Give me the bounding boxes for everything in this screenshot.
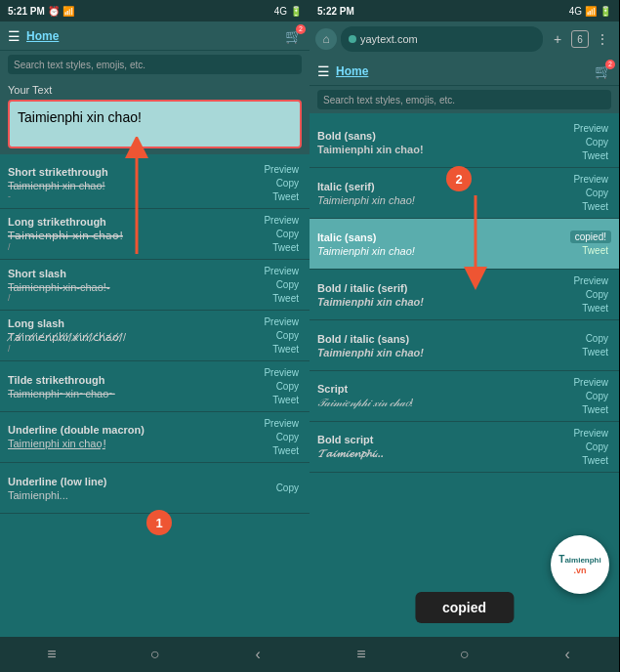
style-preview: T̶a̶i̶m̶i̶e̶n̶p̶h̶i̶ ̶x̶i̶n̶ ̶c̶h̶a̶o̶!̶ [8, 230, 255, 242]
style-actions: Preview Copy Tweet [564, 427, 611, 467]
style-actions: Copy Tweet [564, 332, 611, 358]
preview-btn[interactable]: Preview [570, 376, 611, 389]
style-info: Bold script 𝓣𝓪𝓲𝓶𝓲𝓮𝓷𝓹𝓱𝓲... [317, 434, 564, 460]
copy-btn[interactable]: Copy [273, 431, 302, 443]
copy-btn[interactable]: Copy [273, 228, 302, 240]
copy-btn[interactable]: Copy [273, 380, 302, 393]
style-actions: Preview Copy Tweet [255, 417, 302, 457]
copy-btn[interactable]: Copy [273, 278, 302, 291]
home-link-left[interactable]: Home [26, 29, 59, 43]
hamburger-icon-right[interactable]: ☰ [317, 63, 330, 79]
style-sub: / [8, 344, 255, 354]
style-actions: Preview Copy Tweet [564, 376, 611, 416]
tweet-btn[interactable]: Tweet [579, 403, 611, 416]
preview-btn[interactable]: Preview [570, 427, 611, 440]
search-input-right[interactable]: Search text styles, emojis, etc. [317, 90, 611, 109]
style-name: Underline (double macron) [8, 424, 255, 436]
left-panel: 5:21 PM ⏰ 📶 4G 🔋 ☰ Home 🛒 2 Search text … [0, 0, 310, 672]
nav-back-right[interactable]: ‹ [548, 641, 587, 668]
style-info: Long strikethrough T̶a̶i̶m̶i̶e̶n̶p̶h̶i̶ … [8, 216, 255, 252]
cart-badge-left: 2 [296, 24, 306, 34]
preview-btn[interactable]: Preview [261, 265, 302, 277]
tweet-btn[interactable]: Tweet [269, 241, 302, 254]
tweet-btn[interactable]: Tweet [579, 244, 611, 257]
nav-back-left[interactable]: ‹ [238, 641, 277, 668]
nav-home-right[interactable]: ○ [444, 641, 483, 668]
browser-plus-btn[interactable]: + [547, 28, 568, 50]
tweet-btn[interactable]: Tweet [579, 200, 611, 213]
battery-icon-right: 🔋 [599, 6, 611, 17]
hamburger-icon-left[interactable]: ☰ [8, 28, 21, 44]
tweet-btn[interactable]: Tweet [269, 292, 302, 305]
style-name: Bold (sans) [317, 130, 564, 142]
tweet-btn[interactable]: Tweet [579, 302, 611, 315]
style-preview: Taimienphi~xin~chao~ [8, 388, 255, 399]
table-row: Bold script 𝓣𝓪𝓲𝓶𝓲𝓮𝓷𝓹𝓱𝓲... Preview Copy T… [310, 422, 619, 473]
style-info: Tilde strikethrough Taimienphi~xin~chao~ [8, 374, 255, 399]
style-info: Short strikethrough Taimienphi xin chao!… [8, 166, 255, 201]
home-link-right[interactable]: Home [336, 64, 368, 78]
copy-btn[interactable]: Copy [583, 187, 611, 199]
nav-home-left[interactable]: ○ [135, 641, 174, 668]
style-actions: Preview Copy Tweet [564, 122, 611, 162]
browser-tabs-btn[interactable]: 6 [571, 30, 589, 48]
style-actions: Preview Copy Tweet [564, 274, 611, 315]
table-row: Underline (double macron) Taimienphi xin… [0, 412, 310, 463]
tweet-btn[interactable]: Tweet [269, 444, 302, 457]
preview-btn[interactable]: Preview [261, 163, 302, 176]
browser-home-btn[interactable]: ⌂ [315, 28, 337, 50]
copy-btn[interactable]: Copy [273, 329, 302, 342]
watermark-circle: Taimienphi .vn [551, 535, 609, 594]
preview-btn[interactable]: Preview [570, 173, 611, 186]
copy-btn[interactable]: Copy [583, 441, 611, 453]
style-info: Bold (sans) Taimienphi xin chao! [317, 130, 564, 155]
copy-btn[interactable]: Copy [273, 177, 302, 189]
search-input-left[interactable]: Search text styles, emojis, etc. [8, 55, 302, 74]
tweet-btn[interactable]: Tweet [579, 149, 611, 162]
style-preview: 𝓣𝓪𝓲𝓶𝓲𝓮𝓷𝓹𝓱𝓲... [317, 447, 564, 460]
tweet-btn[interactable]: Tweet [269, 343, 302, 356]
preview-btn[interactable]: Preview [261, 315, 302, 328]
style-actions: Copy [255, 482, 302, 494]
tweet-btn[interactable]: Tweet [579, 454, 611, 467]
copy-btn[interactable]: Copy [273, 482, 302, 494]
preview-btn[interactable]: Preview [261, 366, 302, 379]
browser-menu-btn[interactable]: ⋮ [592, 28, 613, 50]
style-info: Script 𝒯𝒶𝒾𝓂𝒾𝑒𝓃𝓅𝒽𝒾 𝓍𝒾𝓃 𝒸𝒽𝒶𝑜! [317, 383, 564, 409]
style-info: Underline (low line) Taimienphi... [8, 476, 255, 501]
copy-btn[interactable]: Copy [583, 136, 611, 148]
preview-btn[interactable]: Preview [261, 417, 302, 430]
tweet-btn[interactable]: Tweet [579, 346, 611, 358]
right-panel: 5:22 PM 4G 📶 🔋 ⌂ yaytext.com + 6 ⋮ ☰ Hom… [310, 0, 619, 672]
style-info: Underline (double macron) Taimienphi xin… [8, 424, 255, 450]
browser-url-bar[interactable]: yaytext.com [341, 26, 543, 52]
nav-menu-left[interactable]: ≡ [32, 641, 71, 668]
watermark: Taimienphi .vn [551, 535, 609, 594]
style-preview: Taimienphi xin chao! [317, 194, 564, 206]
bottom-nav-left: ≡ ○ ‹ [0, 637, 310, 672]
secure-icon [349, 35, 356, 43]
style-name: Short strikethrough [8, 166, 255, 178]
preview-btn[interactable]: Preview [570, 122, 611, 135]
style-actions: Preview Copy Tweet [255, 315, 302, 356]
time-right: 5:22 PM [317, 6, 354, 17]
style-actions: copied! Tweet [564, 231, 611, 257]
preview-btn[interactable]: Preview [261, 214, 302, 227]
tweet-btn[interactable]: Tweet [269, 394, 302, 406]
copy-btn[interactable]: Copy [583, 288, 611, 301]
style-preview: Taimienphi xin chao! [317, 296, 564, 308]
copy-btn[interactable]: Copy [583, 332, 611, 345]
style-name: Bold / italic (serif) [317, 282, 564, 294]
bottom-nav-right: ≡ ○ ‹ [310, 637, 619, 672]
your-text-label: Your Text [8, 84, 302, 96]
cart-icon-right[interactable]: 🛒 2 [595, 63, 611, 79]
table-row: Underline (low line) Taimienphi... Copy [0, 463, 310, 514]
alarm-icon: ⏰ [48, 6, 60, 17]
table-row: Bold / italic (serif) Taimienphi xin cha… [310, 270, 619, 320]
cart-icon-left[interactable]: 🛒 2 [285, 28, 302, 44]
nav-menu-right[interactable]: ≡ [342, 641, 381, 668]
your-text-box[interactable]: Taimienphi xin chao! [8, 100, 302, 148]
tweet-btn[interactable]: Tweet [269, 190, 302, 203]
copy-btn[interactable]: Copy [583, 390, 611, 402]
preview-btn[interactable]: Preview [570, 274, 611, 287]
